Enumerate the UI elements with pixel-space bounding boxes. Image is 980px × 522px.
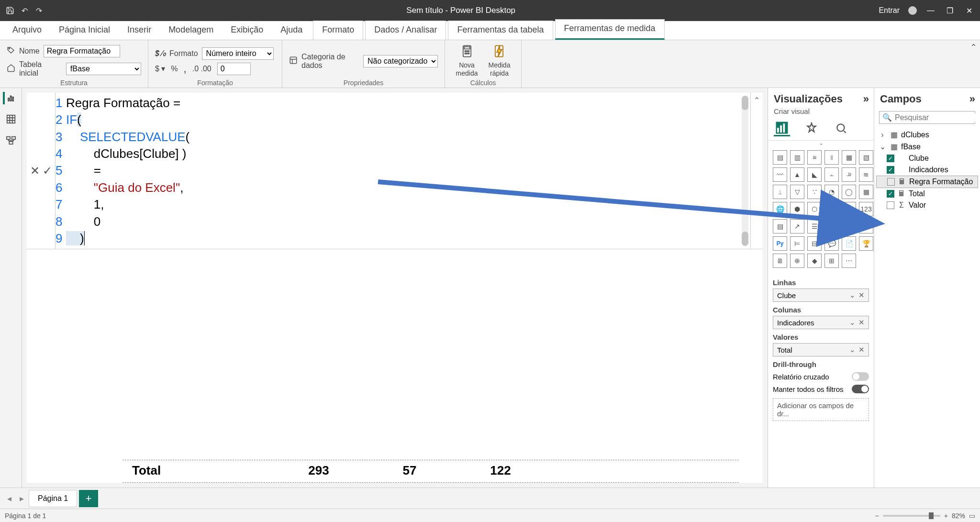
viz-scatter-icon[interactable]: ∵: [807, 185, 822, 199]
viz-line-column-icon[interactable]: ⫠: [824, 167, 839, 182]
currency-button[interactable]: $ ▾: [155, 64, 165, 73]
viz-r-icon[interactable]: R: [859, 219, 873, 233]
chevron-down-icon[interactable]: ⌄: [849, 345, 856, 354]
measure-name-input[interactable]: [44, 45, 120, 57]
tab-measure-tools[interactable]: Ferramentas de medida: [555, 19, 665, 40]
remove-icon[interactable]: ✕: [858, 318, 865, 327]
viz-clustered-column-icon[interactable]: ⫴: [824, 150, 839, 165]
viz-filled-map-icon[interactable]: ⬢: [790, 202, 804, 216]
viz-treemap-icon[interactable]: ▦: [859, 185, 873, 199]
avatar-icon[interactable]: [908, 6, 917, 15]
viz-stacked-bar-icon[interactable]: ▤: [773, 150, 787, 165]
viz-100-column-icon[interactable]: ▧: [859, 150, 873, 165]
viz-shape-map-icon[interactable]: ⬡: [807, 202, 822, 216]
format-select[interactable]: Número inteiro: [202, 47, 274, 60]
viz-area-icon[interactable]: ▲: [790, 167, 804, 182]
rows-chip[interactable]: Clube⌄✕: [773, 289, 869, 302]
viz-decomp-tree-icon[interactable]: ⊟: [807, 236, 822, 251]
viz-card-icon[interactable]: 123: [859, 202, 873, 216]
viz-arcgis-icon[interactable]: ⊕: [790, 254, 804, 268]
field-indicadores[interactable]: ✓ Indicadores: [876, 164, 978, 176]
viz-map-icon[interactable]: 🌐: [773, 202, 787, 216]
analytics-icon[interactable]: [833, 120, 849, 136]
viz-clustered-bar-icon[interactable]: ≡: [807, 150, 822, 165]
minimize-icon[interactable]: —: [925, 6, 936, 15]
viz-line-icon[interactable]: 〰: [773, 167, 787, 182]
checkbox-icon[interactable]: ✓: [887, 190, 894, 198]
save-icon[interactable]: [6, 6, 14, 15]
keep-filters-toggle[interactable]: [852, 385, 869, 393]
remove-icon[interactable]: ✕: [858, 291, 865, 300]
checkbox-icon[interactable]: ✓: [887, 166, 894, 174]
viz-stacked-column-icon[interactable]: ▥: [790, 150, 804, 165]
viz-stacked-area-icon[interactable]: ◣: [807, 167, 822, 182]
formula-cancel-icon[interactable]: ✕: [30, 164, 40, 178]
format-visual-icon[interactable]: [803, 120, 820, 136]
tab-insert[interactable]: Inserir: [119, 21, 160, 40]
tab-view[interactable]: Exibição: [222, 21, 272, 40]
viz-waterfall-icon[interactable]: ⟂: [773, 185, 787, 199]
undo-icon[interactable]: ↶: [20, 6, 29, 15]
checkbox-icon[interactable]: ✓: [887, 155, 894, 162]
tab-file[interactable]: Arquivo: [4, 21, 50, 40]
remove-icon[interactable]: ✕: [858, 345, 865, 354]
tab-modeling[interactable]: Modelagem: [160, 21, 222, 40]
viz-donut-icon[interactable]: ◯: [842, 185, 856, 199]
table-dclubes[interactable]: › ▦ dClubes: [876, 129, 978, 141]
viz-pie-icon[interactable]: ◔: [824, 185, 839, 199]
page-prev-icon[interactable]: ◂: [4, 493, 14, 504]
percent-button[interactable]: %: [171, 65, 178, 73]
new-measure-button[interactable]: Novamedida: [452, 43, 482, 79]
formula-expand-icon[interactable]: ⌃: [750, 93, 763, 249]
model-view-icon[interactable]: [5, 134, 17, 146]
ribbon-collapse-icon[interactable]: ⌃: [970, 42, 977, 53]
viz-paginated-icon[interactable]: 🗎: [773, 254, 787, 268]
report-view-icon[interactable]: [3, 92, 15, 104]
signin-button[interactable]: Entrar: [879, 6, 900, 15]
viz-slicer-icon[interactable]: ☰: [807, 219, 822, 233]
viz-azure-map-icon[interactable]: ▲: [824, 202, 839, 216]
home-table-select[interactable]: fBase: [66, 63, 141, 75]
tab-table-tools[interactable]: Ferramentas da tabela: [448, 21, 553, 40]
formula-commit-icon[interactable]: ✓: [43, 164, 52, 178]
chevron-down-icon[interactable]: ⌄: [849, 291, 856, 300]
viz-100-bar-icon[interactable]: ▦: [842, 150, 856, 165]
tab-help[interactable]: Ajuda: [272, 21, 311, 40]
redo-icon[interactable]: ↷: [34, 6, 43, 15]
viz-automate-icon[interactable]: ⊞: [824, 254, 839, 268]
checkbox-icon[interactable]: [887, 201, 894, 209]
cols-chip[interactable]: Indicadores⌄✕: [773, 316, 869, 329]
viz-matrix-icon[interactable]: ▦: [842, 219, 856, 233]
field-clube[interactable]: ✓ Clube: [876, 153, 978, 164]
zoom-slider[interactable]: [883, 515, 940, 517]
quick-measure-button[interactable]: Medidarápida: [485, 43, 514, 79]
zoom-in-icon[interactable]: +: [944, 512, 948, 520]
viz-powerapps-icon[interactable]: ◆: [807, 254, 822, 268]
data-category-select[interactable]: Não categorizado: [363, 55, 438, 67]
data-view-icon[interactable]: [5, 113, 17, 125]
field-valor[interactable]: Σ Valor: [876, 200, 978, 211]
field-regra-formatacao[interactable]: 🖩 Regra Formatação: [876, 176, 978, 188]
tab-home[interactable]: Página Inicial: [50, 21, 119, 40]
decimals-input[interactable]: [217, 63, 251, 75]
maximize-icon[interactable]: ❐: [945, 6, 955, 15]
viz-ribbon-icon[interactable]: ≋: [859, 167, 873, 182]
build-visual-icon[interactable]: [774, 120, 790, 136]
viz-more-icon[interactable]: ⋯: [842, 254, 856, 268]
field-total[interactable]: ✓ 🖩 Total: [876, 188, 978, 200]
fields-search-input[interactable]: [895, 113, 980, 122]
fit-page-icon[interactable]: ▭: [969, 512, 975, 520]
viz-multi-card-icon[interactable]: ▤: [773, 219, 787, 233]
viz-kpi-icon[interactable]: ↗: [790, 219, 804, 233]
viz-key-influencers-icon[interactable]: ⊨: [790, 236, 804, 251]
values-chip[interactable]: Total⌄✕: [773, 343, 869, 356]
page-tab-1[interactable]: Página 1: [29, 490, 77, 507]
checkbox-icon[interactable]: [887, 178, 895, 186]
cross-report-toggle[interactable]: [852, 372, 869, 381]
viz-funnel-icon[interactable]: ▽: [790, 185, 804, 199]
viz-narrative-icon[interactable]: 📄: [842, 236, 856, 251]
dax-editor[interactable]: 1Regra Formatação = 2IF( 3 SELECTEDVALUE…: [56, 93, 750, 249]
fields-search[interactable]: 🔍: [879, 111, 975, 124]
viz-line-clustered-icon[interactable]: ⫡: [842, 167, 856, 182]
page-next-icon[interactable]: ▸: [16, 493, 27, 504]
